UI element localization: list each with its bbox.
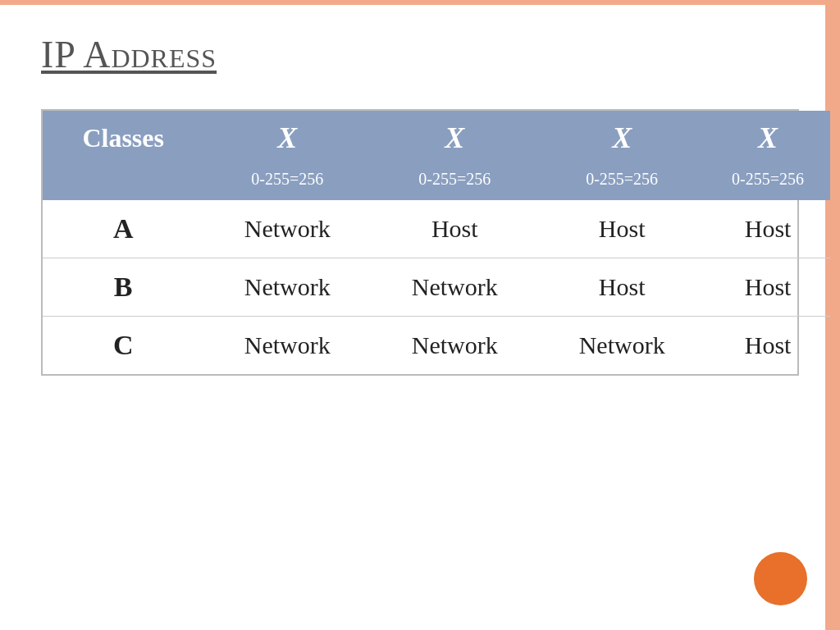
ip-address-table: Classes X X X X 0-255=256 0-255=256 0-25… xyxy=(43,111,830,374)
table-row: C Network Network Network Host xyxy=(43,317,830,375)
class-b-col3: Host xyxy=(538,258,705,317)
class-a-label: A xyxy=(43,200,203,258)
class-a-col4: Host xyxy=(705,200,830,258)
class-c-col2: Network xyxy=(371,317,538,375)
col1-x-header: X xyxy=(203,111,371,165)
col2-range-header: 0-255=256 xyxy=(371,165,538,200)
class-b-col1: Network xyxy=(203,258,371,317)
class-a-col3: Host xyxy=(538,200,705,258)
table-header-row-1: Classes X X X X xyxy=(43,111,830,165)
table-row: A Network Host Host Host xyxy=(43,200,830,258)
ip-table-wrapper: Classes X X X X 0-255=256 0-255=256 0-25… xyxy=(41,109,799,376)
header-empty-cell xyxy=(43,165,203,200)
class-c-col3: Network xyxy=(538,317,705,375)
page-title: IP Address xyxy=(41,33,799,76)
class-b-col2: Network xyxy=(371,258,538,317)
class-c-col1: Network xyxy=(203,317,371,375)
class-a-col2: Host xyxy=(371,200,538,258)
table-row: B Network Network Host Host xyxy=(43,258,830,317)
table-header-row-2: 0-255=256 0-255=256 0-255=256 0-255=256 xyxy=(43,165,830,200)
col3-x-header: X xyxy=(538,111,705,165)
class-a-col1: Network xyxy=(203,200,371,258)
class-c-col4: Host xyxy=(705,317,830,375)
col3-range-header: 0-255=256 xyxy=(538,165,705,200)
class-b-label: B xyxy=(43,258,203,317)
col4-range-header: 0-255=256 xyxy=(705,165,830,200)
class-b-col4: Host xyxy=(705,258,830,317)
classes-header: Classes xyxy=(43,111,203,165)
class-c-label: C xyxy=(43,317,203,375)
col2-x-header: X xyxy=(371,111,538,165)
orange-circle-decoration xyxy=(754,552,807,605)
col4-x-header: X xyxy=(705,111,830,165)
col1-range-header: 0-255=256 xyxy=(203,165,371,200)
